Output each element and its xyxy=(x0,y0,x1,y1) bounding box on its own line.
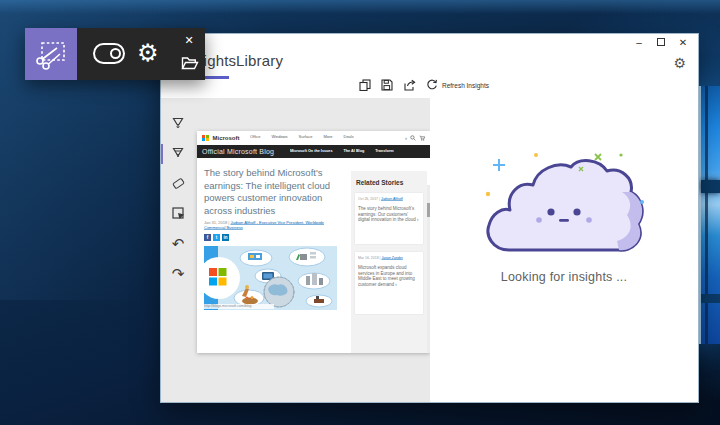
open-file-button[interactable] xyxy=(181,56,199,74)
social-buttons: f t in xyxy=(204,234,340,241)
ballpoint-pen-tool[interactable] xyxy=(163,108,193,138)
tab-bar: Insights Library ⚙ xyxy=(161,51,698,79)
open-folder-icon xyxy=(181,56,199,70)
facebook-icon: f xyxy=(204,234,211,241)
command-bar: Refresh Insights xyxy=(161,79,698,98)
redo-button[interactable]: ↷ xyxy=(163,258,193,288)
copy-icon xyxy=(359,79,371,91)
window-content: ↶ ↷ Microsoft Office Windows Surface xyxy=(161,98,698,402)
blog-title: Official Microsoft Blog xyxy=(202,148,274,155)
share-icon xyxy=(403,79,416,91)
twitter-icon: t xyxy=(213,234,220,241)
related-stories-heading: Related Stories xyxy=(356,179,423,186)
share-button[interactable] xyxy=(403,79,416,91)
eraser-icon xyxy=(171,177,184,189)
insights-status-text: Looking for insights ... xyxy=(430,270,698,284)
undo-button[interactable]: ↶ xyxy=(163,228,193,258)
redo-icon: ↷ xyxy=(172,266,185,281)
webpage-body: The story behind Microsoft's earnings: T… xyxy=(197,158,430,353)
snip-close-button[interactable]: ✕ xyxy=(181,32,197,48)
eraser-tool[interactable] xyxy=(163,168,193,198)
minimize-button[interactable]: – xyxy=(628,34,650,50)
cloud-illustration xyxy=(479,150,649,272)
refresh-insights-button[interactable]: Refresh Insights xyxy=(426,79,489,91)
linkedin-icon: in xyxy=(222,234,229,241)
ballpoint-pen-icon xyxy=(170,115,186,131)
webpage-nav: Office Windows Surface More Deals xyxy=(250,134,402,142)
article-url: http://blogs.microsoft.com/blog xyxy=(204,304,274,309)
settings-gear-icon[interactable]: ⚙ xyxy=(673,54,686,72)
undo-icon: ↶ xyxy=(172,236,185,251)
scissors-snip-icon xyxy=(33,36,69,72)
windows-logo-wallpaper xyxy=(699,86,720,344)
snip-toolbar: ⚙ ✕ xyxy=(25,28,205,80)
touch-writing-tool[interactable] xyxy=(163,198,193,228)
save-button[interactable] xyxy=(381,79,393,91)
article-illustration xyxy=(204,246,337,310)
insights-panel: Looking for insights ... xyxy=(430,98,698,402)
new-snip-button[interactable] xyxy=(25,28,77,80)
pencil-tool-selected[interactable] xyxy=(163,138,193,168)
toggle-icon xyxy=(110,48,121,59)
maximize-button[interactable] xyxy=(650,34,672,50)
close-window-button[interactable]: ✕ xyxy=(672,34,694,50)
refresh-insights-label: Refresh Insights xyxy=(442,82,489,89)
snip-settings-button[interactable]: ⚙ xyxy=(137,39,159,67)
article-column: The story behind Microsoft's earnings: T… xyxy=(204,158,340,310)
cart-icon xyxy=(419,135,425,141)
copy-button[interactable] xyxy=(359,79,371,91)
sketch-canvas[interactable]: ↶ ↷ Microsoft Office Windows Surface xyxy=(161,98,430,402)
tab-library[interactable]: Library xyxy=(236,52,283,69)
story-author-link: Judson Althoff xyxy=(381,197,403,201)
refresh-icon xyxy=(426,79,438,91)
microsoft-logo-icon xyxy=(202,135,209,142)
webpage-header: Microsoft Office Windows Surface More De… xyxy=(197,131,430,145)
pencil-icon xyxy=(170,145,186,161)
tool-column: ↶ ↷ xyxy=(163,108,193,288)
related-story-card: Mar 16, 2018 | Jason Zander Microsoft ex… xyxy=(355,252,423,314)
screen-sketch-window: – ✕ Insights Library ⚙ xyxy=(160,33,699,403)
touch-writing-icon xyxy=(170,205,186,221)
search-icon xyxy=(410,135,416,141)
save-icon xyxy=(381,79,393,91)
story-author-link: Jason Zander xyxy=(381,256,402,260)
related-stories-panel: Related Stories Oct 26, 2017 | Judson Al… xyxy=(351,171,427,353)
blog-nav-bar: Official Microsoft Blog Microsoft On the… xyxy=(197,145,430,158)
article-headline: The story behind Microsoft's earnings: T… xyxy=(204,167,340,217)
webpage-brand: Microsoft xyxy=(213,135,240,141)
toggle-button[interactable] xyxy=(93,43,125,64)
webpage-header-icons: › xyxy=(405,135,425,141)
related-story-card: Oct 26, 2017 | Judson Althoff The story … xyxy=(355,193,423,244)
captured-screenshot[interactable]: Microsoft Office Windows Surface More De… xyxy=(197,131,430,353)
article-byline: Jan 31, 2018 | Judson Althoff - Executiv… xyxy=(204,220,340,231)
title-bar: – ✕ xyxy=(161,34,698,51)
